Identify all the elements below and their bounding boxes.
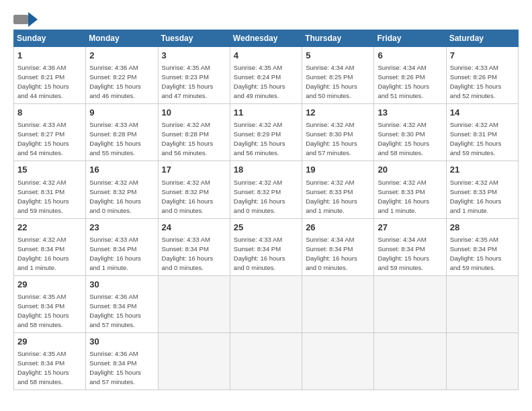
day-number: 16 [89,164,154,176]
week-row-5: 29Sunrise: 4:35 AMSunset: 8:34 PMDayligh… [14,332,519,390]
day-number: 28 [450,222,515,234]
day-info: Sunrise: 4:35 AMSunset: 8:23 PMDaylight:… [162,64,214,99]
week-row-1: 8Sunrise: 4:33 AMSunset: 8:27 PMDaylight… [14,104,519,161]
day-number: 30 [89,279,154,291]
day-number: 19 [306,164,370,176]
day-info: Sunrise: 4:33 AMSunset: 8:34 PMDaylight:… [162,236,214,271]
day-number: 2 [89,50,154,62]
day-info: Sunrise: 4:32 AMSunset: 8:33 PMDaylight:… [378,179,429,214]
day-29: 29Sunrise: 4:35 AMSunset: 8:34 PMDayligh… [14,332,86,390]
day-info: Sunrise: 4:33 AMSunset: 8:34 PMDaylight:… [89,236,141,271]
day-number: 20 [378,164,442,176]
day-info: Sunrise: 4:35 AMSunset: 8:24 PMDaylight:… [234,64,285,99]
day-info: Sunrise: 4:35 AMSunset: 8:34 PMDaylight:… [17,350,69,385]
day-19: 19Sunrise: 4:32 AMSunset: 8:33 PMDayligh… [302,161,374,218]
day-number: 8 [17,107,82,119]
day-21: 21Sunrise: 4:32 AMSunset: 8:33 PMDayligh… [446,161,518,218]
day-number: 27 [378,222,442,234]
weekday-monday: Monday [86,30,158,47]
day-number: 3 [162,50,226,62]
day-number: 26 [306,222,370,234]
day-14: 14Sunrise: 4:32 AMSunset: 8:31 PMDayligh… [446,104,518,161]
day-30: 30Sunrise: 4:36 AMSunset: 8:34 PMDayligh… [86,332,158,390]
day-info: Sunrise: 4:36 AMSunset: 8:21 PMDaylight:… [17,64,69,99]
day-info: Sunrise: 4:32 AMSunset: 8:31 PMDaylight:… [17,179,69,214]
day-number: 14 [450,107,515,119]
weekday-wednesday: Wednesday [230,30,302,47]
day-info: Sunrise: 4:32 AMSunset: 8:33 PMDaylight:… [306,179,357,214]
day-number: 6 [378,50,442,62]
empty-cell [374,275,446,332]
day-25: 25Sunrise: 4:33 AMSunset: 8:34 PMDayligh… [230,218,302,275]
day-info: Sunrise: 4:35 AMSunset: 8:34 PMDaylight:… [17,293,69,328]
week-row-0: 1Sunrise: 4:36 AMSunset: 8:21 PMDaylight… [14,47,519,104]
empty-cell [230,275,302,332]
logo [13,11,38,24]
day-number: 12 [306,107,370,119]
day-info: Sunrise: 4:32 AMSunset: 8:33 PMDaylight:… [450,179,502,214]
day-23: 23Sunrise: 4:33 AMSunset: 8:34 PMDayligh… [86,218,158,275]
day-29: 29Sunrise: 4:35 AMSunset: 8:34 PMDayligh… [14,275,86,332]
day-info: Sunrise: 4:33 AMSunset: 8:28 PMDaylight:… [89,121,141,156]
day-info: Sunrise: 4:32 AMSunset: 8:32 PMDaylight:… [162,179,214,214]
day-number: 15 [17,164,82,176]
svg-marker-1 [28,12,38,27]
day-info: Sunrise: 4:33 AMSunset: 8:26 PMDaylight:… [450,64,502,99]
day-info: Sunrise: 4:36 AMSunset: 8:34 PMDaylight:… [89,293,141,328]
day-info: Sunrise: 4:32 AMSunset: 8:32 PMDaylight:… [234,179,285,214]
day-17: 17Sunrise: 4:32 AMSunset: 8:32 PMDayligh… [158,161,230,218]
header [13,11,519,24]
day-number: 5 [306,50,370,62]
page: SundayMondayTuesdayWednesdayThursdayFrid… [0,0,532,411]
day-number: 13 [378,107,442,119]
empty-cell [446,275,518,332]
day-26: 26Sunrise: 4:34 AMSunset: 8:34 PMDayligh… [302,218,374,275]
weekday-saturday: Saturday [446,30,518,47]
weekday-sunday: Sunday [14,30,86,47]
day-number: 17 [162,164,226,176]
day-2: 2Sunrise: 4:36 AMSunset: 8:22 PMDaylight… [86,47,158,104]
week-row-2: 15Sunrise: 4:32 AMSunset: 8:31 PMDayligh… [14,161,519,218]
day-number: 11 [234,107,298,119]
day-11: 11Sunrise: 4:32 AMSunset: 8:29 PMDayligh… [230,104,302,161]
day-4: 4Sunrise: 4:35 AMSunset: 8:24 PMDaylight… [230,47,302,104]
day-6: 6Sunrise: 4:34 AMSunset: 8:26 PMDaylight… [374,47,446,104]
weekday-tuesday: Tuesday [158,30,230,47]
day-info: Sunrise: 4:32 AMSunset: 8:30 PMDaylight:… [306,121,357,156]
day-8: 8Sunrise: 4:33 AMSunset: 8:27 PMDaylight… [14,104,86,161]
empty-cell [374,332,446,390]
day-info: Sunrise: 4:36 AMSunset: 8:34 PMDaylight:… [89,350,141,385]
day-number: 18 [234,164,298,176]
day-number: 24 [162,222,226,234]
day-15: 15Sunrise: 4:32 AMSunset: 8:31 PMDayligh… [14,161,86,218]
calendar: SundayMondayTuesdayWednesdayThursdayFrid… [13,30,519,390]
empty-cell [302,275,374,332]
day-info: Sunrise: 4:34 AMSunset: 8:34 PMDaylight:… [306,236,357,271]
day-number: 30 [89,336,154,348]
day-30: 30Sunrise: 4:36 AMSunset: 8:34 PMDayligh… [86,275,158,332]
day-info: Sunrise: 4:32 AMSunset: 8:34 PMDaylight:… [17,236,69,271]
day-number: 4 [234,50,298,62]
day-number: 29 [17,279,82,291]
day-24: 24Sunrise: 4:33 AMSunset: 8:34 PMDayligh… [158,218,230,275]
day-info: Sunrise: 4:32 AMSunset: 8:31 PMDaylight:… [450,121,502,156]
logo-icon [13,11,35,24]
day-number: 10 [162,107,226,119]
day-info: Sunrise: 4:35 AMSunset: 8:34 PMDaylight:… [450,236,502,271]
day-number: 1 [17,50,82,62]
day-number: 23 [89,222,154,234]
empty-cell [158,275,230,332]
day-16: 16Sunrise: 4:32 AMSunset: 8:32 PMDayligh… [86,161,158,218]
day-info: Sunrise: 4:32 AMSunset: 8:28 PMDaylight:… [162,121,214,156]
svg-rect-0 [13,15,28,24]
day-info: Sunrise: 4:32 AMSunset: 8:29 PMDaylight:… [234,121,285,156]
week-row-3: 22Sunrise: 4:32 AMSunset: 8:34 PMDayligh… [14,218,519,275]
empty-cell [230,332,302,390]
day-number: 29 [17,336,82,348]
day-9: 9Sunrise: 4:33 AMSunset: 8:28 PMDaylight… [86,104,158,161]
day-22: 22Sunrise: 4:32 AMSunset: 8:34 PMDayligh… [14,218,86,275]
day-1: 1Sunrise: 4:36 AMSunset: 8:21 PMDaylight… [14,47,86,104]
empty-cell [302,332,374,390]
day-12: 12Sunrise: 4:32 AMSunset: 8:30 PMDayligh… [302,104,374,161]
day-info: Sunrise: 4:36 AMSunset: 8:22 PMDaylight:… [89,64,141,99]
